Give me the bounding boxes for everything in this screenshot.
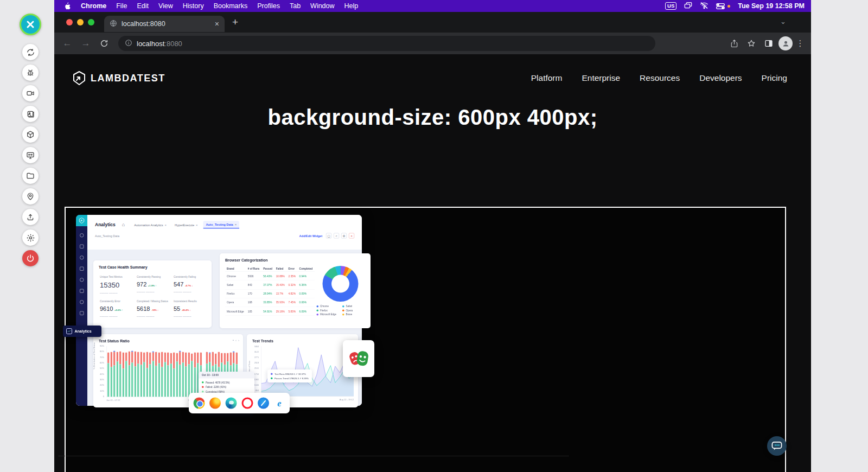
new-tab-button[interactable]: + — [232, 16, 238, 28]
maximize-window-button[interactable] — [88, 19, 94, 25]
gallery-icon[interactable] — [22, 106, 39, 122]
device-3d-icon[interactable] — [22, 126, 39, 143]
project-folder-icon[interactable] — [22, 168, 39, 184]
site-info-icon[interactable] — [125, 39, 132, 48]
stacked-bar — [152, 352, 155, 397]
resolution-icon[interactable] — [22, 147, 39, 163]
dashboard-tab[interactable]: Auto_Testing Data× — [203, 221, 239, 229]
theater-masks-icon — [347, 347, 371, 371]
wifi-off-icon[interactable] — [700, 2, 709, 11]
share-icon[interactable] — [726, 36, 742, 51]
health-stat: Consistently Failing 547-4.7% ↓ ▁▁▁▁▁ ▁▁… — [173, 273, 206, 295]
lambdatest-logo[interactable]: LAMBDATEST — [72, 71, 165, 86]
y-axis-label: % Distribution of Test Status — [93, 342, 95, 369]
opera-browser-icon[interactable] — [241, 398, 253, 409]
menubar-item[interactable]: Chrome — [76, 2, 111, 10]
dashboard-sidebar — [76, 215, 87, 406]
nav-item-pricing[interactable]: Pricing — [762, 73, 787, 83]
stacked-bar — [179, 351, 181, 397]
keyboard-layout-badge[interactable]: US — [665, 2, 676, 10]
sidebar-mini-icon[interactable] — [80, 289, 84, 294]
report-bug-icon[interactable] — [22, 65, 39, 81]
nav-item-developers[interactable]: Developers — [699, 73, 742, 83]
chat-widget-button[interactable] — [767, 436, 787, 456]
menubar-item[interactable]: File — [111, 2, 132, 10]
stacked-bar — [173, 353, 175, 397]
ie-browser-icon[interactable]: e — [273, 398, 285, 409]
menubar-item[interactable]: Bookmarks — [209, 2, 253, 10]
stacked-bar — [117, 352, 119, 397]
legend-item: Safari — [342, 305, 365, 308]
dashboard-tab[interactable]: Automation Analytics× — [131, 222, 169, 229]
add-edit-widget-link[interactable]: Add/Edit Widget — [299, 234, 322, 238]
sidebar-mini-icon[interactable] — [80, 245, 84, 249]
sidebar-mini-icon[interactable] — [80, 300, 84, 304]
widget-settings-button[interactable]: ⚙ — [341, 233, 347, 239]
menubar-item[interactable]: Profiles — [252, 2, 285, 10]
divider — [59, 456, 569, 456]
table-row: Safari84337.07%15.40%0.32%6.36% — [225, 280, 315, 289]
profile-avatar[interactable] — [778, 36, 793, 50]
legend-item: Opera — [342, 309, 365, 312]
video-recorder-icon[interactable] — [22, 85, 39, 101]
chart-pager[interactable]: ▪‹› — [233, 338, 239, 342]
widget-share-button[interactable]: < — [334, 233, 339, 239]
address-bar[interactable]: localhost:8080 — [118, 36, 655, 51]
edge-browser-icon[interactable] — [226, 398, 237, 409]
control-center-icon[interactable] — [716, 3, 725, 10]
nav-item-platform[interactable]: Platform — [531, 73, 563, 83]
stacked-bar — [131, 351, 133, 397]
bookmark-star-icon[interactable] — [744, 36, 759, 51]
sidebar-mini-icon[interactable] — [80, 311, 84, 316]
sidebar-mini-icon[interactable] — [80, 278, 84, 282]
reload-button[interactable] — [97, 36, 112, 51]
window-switcher-icon[interactable] — [684, 2, 692, 10]
session-switch-icon[interactable] — [22, 44, 39, 60]
widget-expand-button[interactable]: ▢ — [326, 233, 331, 239]
menubar-item[interactable]: Window — [305, 2, 339, 10]
firefox-browser-icon[interactable] — [209, 398, 221, 409]
end-session-icon[interactable] — [22, 250, 39, 266]
browser-menu-icon[interactable]: ⋮ — [795, 39, 806, 48]
trend-legend-item: Test Runs 886263.5 ↗ 18.97% — [271, 372, 309, 376]
menubar-item[interactable]: View — [154, 2, 178, 10]
apple-menu-icon[interactable] — [64, 2, 71, 10]
chrome-browser-icon[interactable] — [194, 398, 205, 409]
menubar-item[interactable]: History — [178, 2, 209, 10]
nav-item-enterprise[interactable]: Enterprise — [582, 73, 620, 83]
menubar-clock[interactable]: Tue Sep 19 12:58 PM — [738, 2, 805, 10]
sidebar-mini-icon[interactable] — [80, 256, 84, 260]
health-stat: Consistently Error 9610+9.6% ↑ ▁▁▁▁▁ ▁▁▁… — [99, 298, 132, 318]
traffic-lights — [66, 19, 94, 25]
url-host: localhost — [137, 40, 164, 48]
table-row: Firefox17028.94%13.7%4.82%0.09% — [225, 289, 315, 298]
side-panel-icon[interactable] — [761, 36, 776, 51]
menubar-item[interactable]: Tab — [285, 2, 305, 10]
home-icon[interactable]: ⌂ — [122, 222, 125, 228]
tab-close-icon[interactable]: × — [215, 20, 219, 28]
sidebar-mini-icon[interactable] — [80, 233, 84, 238]
browser-tab[interactable]: localhost:8080 × — [104, 16, 225, 32]
close-window-button[interactable] — [66, 19, 73, 25]
geolocation-icon[interactable] — [22, 188, 39, 205]
stacked-bar — [167, 353, 169, 397]
dashboard-sidebar-icons — [76, 233, 87, 315]
forward-button[interactable]: → — [78, 36, 93, 51]
menubar-item[interactable]: Help — [340, 2, 363, 10]
sidebar-mini-icon[interactable] — [80, 267, 84, 271]
dashboard-tab[interactable]: HyperExecute× — [172, 222, 200, 229]
webpage: LAMBDATEST PlatformEnterpriseResourcesDe… — [54, 54, 811, 472]
chevron-down-icon[interactable]: ⌄ — [780, 17, 786, 25]
settings-icon[interactable] — [22, 229, 39, 246]
safari-browser-icon[interactable] — [258, 398, 269, 409]
tab-strip: localhost:8080 × + ⌄ — [54, 12, 811, 33]
dashboard-logo-icon[interactable] — [76, 215, 87, 226]
minimize-window-button[interactable] — [77, 19, 84, 25]
widget-delete-button[interactable]: × — [349, 233, 354, 239]
dashboard-subtitle: Auto_Testing Data — [95, 234, 119, 238]
nav-item-resources[interactable]: Resources — [640, 73, 680, 83]
back-button[interactable]: ← — [60, 36, 75, 51]
close-icon[interactable] — [20, 14, 41, 35]
upload-icon[interactable] — [22, 209, 39, 225]
menubar-item[interactable]: Edit — [132, 2, 154, 10]
